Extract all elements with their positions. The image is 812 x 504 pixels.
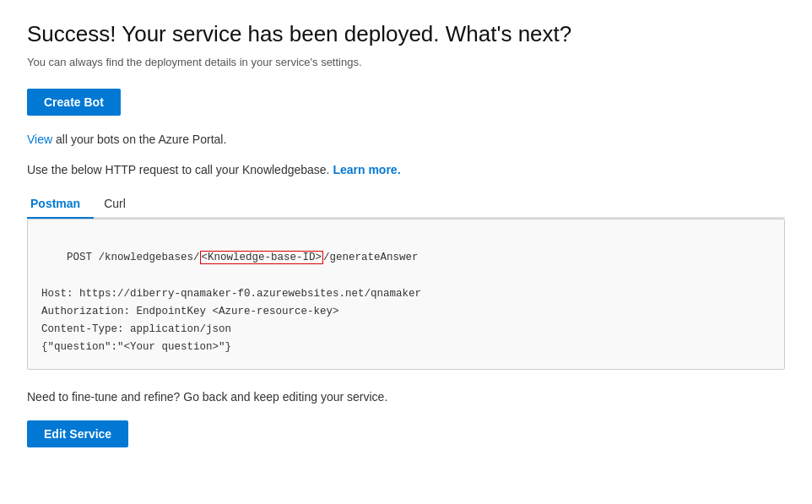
- tab-postman[interactable]: Postman: [27, 190, 94, 219]
- code-line-4: Content-Type: application/json: [41, 321, 771, 339]
- code-knowledge-base-id: <Knowledge-base-ID>: [200, 251, 324, 264]
- fine-tune-text: Need to fine-tune and refine? Go back an…: [27, 390, 785, 404]
- code-line-2: Host: https://diberry-qnamaker-f0.azurew…: [41, 285, 771, 303]
- edit-service-button[interactable]: Edit Service: [27, 420, 128, 447]
- code-line1-post: /generateAnswer: [323, 252, 419, 263]
- view-bots-link[interactable]: View: [27, 133, 52, 146]
- create-bot-button[interactable]: Create Bot: [27, 89, 121, 116]
- azure-portal-suffix-text: all your bots on the Azure Portal.: [52, 133, 226, 146]
- http-description-prefix: Use the below HTTP request to call your …: [27, 163, 333, 176]
- code-box: POST /knowledgebases/<Knowledge-base-ID>…: [27, 219, 785, 370]
- code-line1-pre: POST /knowledgebases/: [67, 252, 200, 263]
- page-subtitle: You can always find the deployment detai…: [27, 56, 785, 68]
- http-description: Use the below HTTP request to call your …: [27, 163, 785, 176]
- tabs-container: Postman Curl: [27, 190, 785, 219]
- code-line-1: POST /knowledgebases/<Knowledge-base-ID>…: [41, 231, 771, 285]
- learn-more-link[interactable]: Learn more.: [333, 163, 400, 176]
- code-line-3: Authorization: EndpointKey <Azure-resour…: [41, 303, 771, 321]
- page-title: Success! Your service has been deployed.…: [27, 20, 785, 49]
- code-line-5: {"question":"<Your question>"}: [41, 339, 771, 356]
- tab-curl[interactable]: Curl: [100, 190, 139, 219]
- azure-portal-line: View all your bots on the Azure Portal.: [27, 133, 785, 146]
